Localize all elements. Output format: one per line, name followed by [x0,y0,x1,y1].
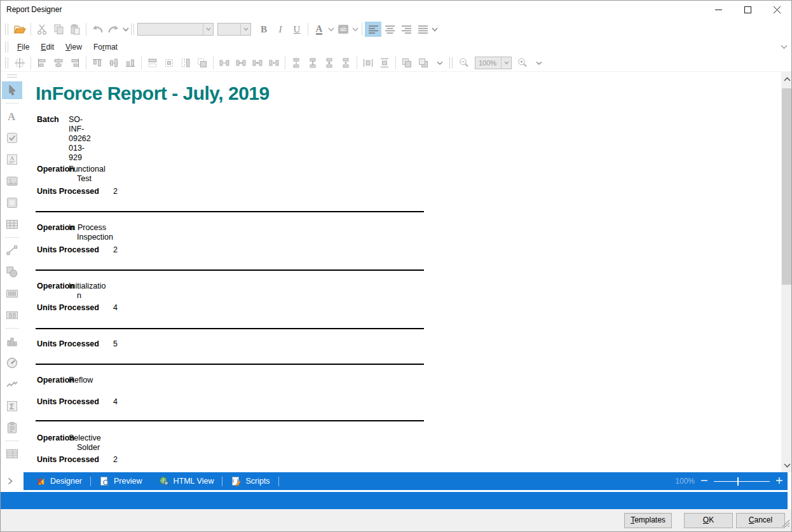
decrease-vertical-spacing-button[interactable] [321,55,338,71]
toolbar-grip[interactable] [449,57,453,69]
redo-button[interactable] [106,22,122,37]
zoom-out-button[interactable] [701,477,707,486]
resize-grip[interactable] [781,519,790,530]
align-top-edges-button[interactable] [89,55,106,71]
send-to-back-button[interactable] [415,55,432,71]
copy-button[interactable] [50,22,67,37]
more-chevron-button[interactable] [432,55,448,71]
toolbar-grip[interactable] [5,57,8,69]
remove-vertical-spacing-button[interactable] [338,55,354,71]
tool-summary[interactable]: Σ [2,397,22,415]
paste-button[interactable] [67,22,83,37]
report-separator-line[interactable] [36,269,424,271]
close-button[interactable] [762,1,791,18]
toolbox-grip[interactable] [7,74,17,78]
cancel-button[interactable]: Cancel [736,513,785,528]
toolbox-expand-button[interactable] [8,476,13,488]
equal-height-button[interactable] [177,55,194,71]
menu-file[interactable]: File [11,41,35,53]
combo-dropdown-button[interactable] [501,57,511,69]
combo-dropdown-button[interactable] [203,24,213,35]
tab-designer[interactable]: Designer [27,472,90,490]
tool-rich-text[interactable]: A [2,151,22,168]
remove-horizontal-spacing-button[interactable] [266,55,282,71]
tool-shape[interactable] [2,263,22,281]
equal-horizontal-spacing-button[interactable] [216,55,233,71]
bring-to-front-button[interactable] [399,55,415,71]
tab-scripts[interactable]: Scripts [222,472,278,490]
scrollbar-thumb[interactable] [782,88,792,285]
font-size-combo[interactable] [217,23,251,36]
combo-dropdown-button[interactable] [240,24,250,35]
equal-size-button[interactable] [194,55,210,71]
menu-view[interactable]: View [60,41,88,53]
ok-button[interactable]: OK [684,513,733,528]
scroll-down-button[interactable] [781,460,792,471]
underline-button[interactable]: U [289,22,305,37]
align-center-button[interactable] [381,22,398,37]
tool-table[interactable] [2,215,22,233]
zoom-slider-thumb[interactable] [737,477,739,486]
tool-zip-code[interactable]: 88 [2,306,22,324]
minimize-button[interactable] [704,1,733,18]
tab-html-view[interactable]: HTML View [151,472,222,490]
highlight-options-button[interactable] [352,22,359,37]
tool-barcode[interactable] [2,285,22,303]
increase-horizontal-spacing-button[interactable] [233,55,249,71]
templates-button[interactable]: Templates [624,513,672,528]
vertical-scrollbar[interactable] [781,72,792,472]
report-title[interactable]: InForce Report - July, 2019 [36,83,270,104]
toolbar-grip[interactable] [131,24,134,35]
tool-pivot-grid[interactable] [2,445,22,463]
font-color-button[interactable]: A [311,22,327,37]
align-left-button[interactable] [365,22,381,37]
tool-line[interactable] [2,242,22,259]
tool-pointer[interactable] [2,81,22,99]
zoom-out-button[interactable] [456,55,472,71]
center-horizontally-button[interactable] [360,55,376,71]
undo-button[interactable] [89,22,106,37]
tool-chart[interactable] [2,332,22,350]
tool-panel[interactable] [2,194,22,212]
report-separator-line[interactable] [36,364,424,365]
zoom-options-button[interactable] [531,55,547,71]
decrease-horizontal-spacing-button[interactable] [249,55,266,71]
tool-notes[interactable] [2,419,22,437]
size-to-grid-button[interactable] [161,55,177,71]
align-right-button[interactable] [398,22,414,37]
report-separator-line[interactable] [36,328,424,329]
align-vertical-centers-button[interactable] [106,55,122,71]
scroll-up-button[interactable] [781,73,792,85]
increase-vertical-spacing-button[interactable] [304,55,321,71]
tool-picture-box[interactable] [2,172,22,190]
tool-check-box[interactable] [2,129,22,147]
menu-edit[interactable]: Edit [35,41,60,53]
align-right-edges-button[interactable] [67,55,83,71]
center-vertically-button[interactable] [376,55,393,71]
maximize-button[interactable] [733,1,762,18]
open-button[interactable] [11,22,28,37]
report-separator-line[interactable] [36,420,424,421]
cut-button[interactable] [34,22,50,37]
align-horizontal-centers-button[interactable] [50,55,67,71]
highlight-button[interactable]: ab [335,22,352,37]
font-name-combo[interactable] [137,23,214,36]
menu-format[interactable]: Format [88,41,123,53]
align-left-edges-button[interactable] [34,55,50,71]
equal-vertical-spacing-button[interactable] [288,55,304,71]
tool-label[interactable]: A [2,107,22,125]
undo-options-button[interactable] [122,22,130,37]
zoom-in-button[interactable] [514,55,531,71]
toolbar-options-button[interactable] [431,22,439,37]
zoom-slider[interactable] [714,481,770,482]
equal-width-button[interactable] [144,55,161,71]
tool-gauge[interactable] [2,354,22,372]
report-canvas[interactable]: InForce Report - July, 2019 BatchSO-INF-… [24,72,781,472]
zoom-in-button[interactable] [776,477,782,486]
zoom-level-combo[interactable]: 100% [475,57,512,69]
align-bottom-edges-button[interactable] [122,55,139,71]
snap-to-grid-button[interactable] [11,55,28,71]
toolbar-grip[interactable] [5,41,8,53]
tool-sparkline[interactable] [2,376,22,393]
bold-button[interactable]: B [256,22,272,37]
